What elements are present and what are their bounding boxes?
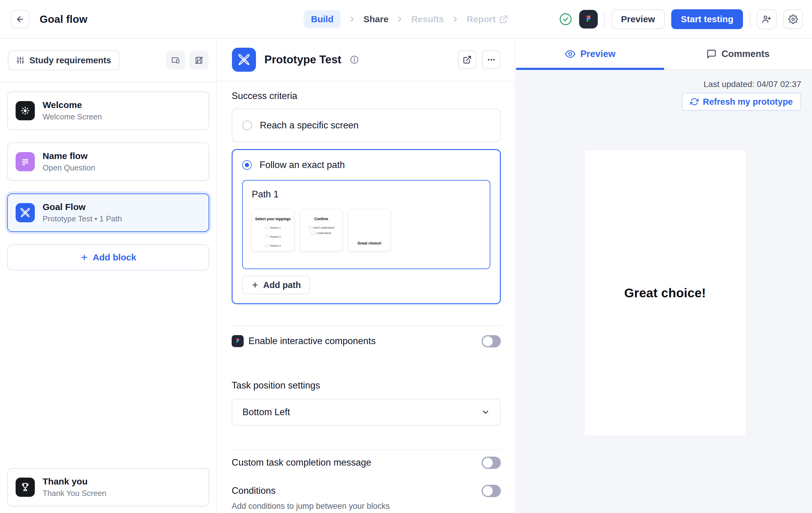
preview-button[interactable]: Preview: [612, 9, 665, 29]
radio-unselected[interactable]: [242, 121, 252, 130]
breadcrumb-share[interactable]: Share: [364, 14, 388, 24]
sidebar-toolbar: Study requirements: [0, 39, 216, 83]
invite-user-button[interactable]: [757, 9, 777, 29]
block-subtitle: Welcome Screen: [42, 112, 102, 121]
topbar-left: Goal flow: [11, 0, 87, 38]
editor-header: Prototype Test: [218, 39, 515, 81]
recording-disabled-button[interactable]: [190, 51, 208, 70]
prototype-test-icon: [16, 203, 35, 222]
block-welcome[interactable]: Welcome Welcome Screen: [7, 91, 209, 130]
editor-body: Success criteria Reach a specific screen…: [218, 81, 515, 511]
breadcrumb-report[interactable]: Report: [467, 14, 508, 24]
open-question-icon: [16, 152, 35, 171]
study-requirements-label: Study requirements: [29, 56, 111, 65]
chevron-right-icon: [396, 15, 404, 23]
user-plus-icon: [762, 14, 772, 24]
checkbox-icon: [265, 244, 268, 247]
block-subtitle: Prototype Test • 1 Path: [42, 214, 122, 223]
page-title: Goal flow: [39, 13, 87, 25]
refresh-label: Refresh my prototype: [703, 97, 793, 107]
editor-title: Prototype Test: [264, 53, 341, 66]
more-options-button[interactable]: [482, 51, 500, 69]
path-card[interactable]: Path 1 Select your toppings cheese 1 che…: [242, 180, 490, 269]
sidebar-toolbar-icons: [166, 51, 208, 70]
conditions-row: Conditions: [232, 481, 501, 501]
block-list: Welcome Welcome Screen Name flow Open Qu…: [0, 83, 216, 270]
option-reach-specific-screen[interactable]: Reach a specific screen: [232, 109, 501, 142]
screen-thumbnail-select-toppings[interactable]: Select your toppings cheese 1 cheese 2 c…: [252, 209, 294, 251]
prototype-screen[interactable]: Great choice!: [585, 151, 745, 435]
divider: [604, 12, 605, 27]
thumbnail-item: I understand: [300, 231, 342, 235]
breadcrumb-build[interactable]: Build: [304, 10, 341, 28]
completion-message-row: Custom task completion message: [232, 453, 501, 472]
block-text: Thank you Thank You Screen: [42, 476, 107, 498]
path-screens: Select your toppings cheese 1 cheese 2 c…: [252, 209, 481, 251]
option-follow-exact-path[interactable]: Follow an exact path Path 1 Select your …: [232, 149, 501, 304]
sidebar-footer: Thank you Thank You Screen: [7, 468, 209, 506]
trophy-icon: [16, 478, 35, 497]
app: Goal flow Build Share Results Report: [0, 0, 812, 513]
plus-icon: [251, 281, 259, 289]
devices-icon: [171, 56, 180, 65]
checkbox-icon: [312, 231, 315, 234]
breadcrumb-results[interactable]: Results: [411, 14, 444, 24]
prototype-test-icon: [232, 48, 256, 72]
interactive-components-text: Enable interactive components: [249, 336, 376, 346]
back-button[interactable]: [11, 10, 29, 29]
completion-message-toggle[interactable]: [482, 457, 501, 469]
devices-preview-button[interactable]: [166, 51, 185, 70]
success-criteria-heading: Success criteria: [232, 91, 501, 101]
tab-comments[interactable]: Comments: [664, 39, 812, 69]
conditions-label: Conditions: [232, 485, 276, 496]
option-label: Follow an exact path: [260, 160, 345, 171]
preview-panel-content: Last updated: 04/07 02:37 Refresh my pro…: [516, 70, 812, 513]
block-text: Welcome Welcome Screen: [42, 100, 102, 121]
thumbnail-title: Confirm: [300, 217, 342, 221]
gear-icon: [788, 14, 798, 24]
block-title: Name flow: [42, 151, 95, 161]
block-name-flow[interactable]: Name flow Open Question: [7, 143, 209, 181]
figma-icon: [232, 335, 244, 347]
figma-badge-icon[interactable]: [579, 10, 598, 29]
chevron-right-icon: [348, 15, 356, 23]
settings-button[interactable]: [783, 9, 803, 29]
interactive-components-row: Enable interactive components: [232, 332, 501, 351]
block-goal-flow[interactable]: Goal Flow Prototype Test • 1 Path: [7, 193, 209, 232]
study-requirements-button[interactable]: Study requirements: [8, 51, 119, 70]
refresh-icon: [690, 97, 699, 106]
interactive-components-toggle[interactable]: [482, 335, 501, 348]
info-icon[interactable]: [350, 55, 359, 64]
comment-bubble-icon: [706, 49, 717, 59]
add-block-button[interactable]: Add block: [7, 244, 209, 270]
external-link-icon: [463, 55, 472, 64]
radio-selected[interactable]: [242, 160, 252, 170]
add-path-button[interactable]: Add path: [242, 276, 310, 294]
refresh-prototype-button[interactable]: Refresh my prototype: [682, 93, 801, 111]
divider: [232, 326, 501, 326]
screen-thumbnail-great-choice[interactable]: Great choice!: [348, 209, 391, 251]
prototype-screen-text: Great choice!: [624, 286, 706, 300]
start-testing-button[interactable]: Start testing: [671, 9, 743, 29]
conditions-toggle[interactable]: [482, 485, 501, 497]
open-prototype-button[interactable]: [458, 51, 476, 69]
thumbnail-title: Select your toppings: [252, 217, 294, 221]
topbar-right: Preview Start testing: [559, 0, 803, 38]
divider: [750, 12, 750, 27]
block-subtitle: Open Question: [42, 163, 95, 173]
thumbnail-item-label: cheese 1: [270, 226, 281, 229]
sidebar: Study requirements Welcome Welcome Scree…: [0, 39, 217, 513]
thumbnail-item: cheese 3: [252, 244, 294, 247]
screen-thumbnail-confirm[interactable]: Confirm I don't understand I understand: [300, 209, 342, 251]
add-block-label: Add block: [93, 252, 136, 263]
interactive-components-label: Enable interactive components: [232, 335, 376, 347]
task-position-heading: Task position settings: [232, 380, 501, 391]
sliders-icon: [16, 56, 25, 64]
block-thank-you[interactable]: Thank you Thank You Screen: [7, 468, 209, 506]
tab-preview[interactable]: Preview: [516, 39, 664, 69]
task-position-select[interactable]: Bottom Left: [232, 399, 501, 426]
path-title: Path 1: [252, 189, 481, 200]
checkbox-icon: [265, 226, 268, 229]
option-row: Follow an exact path: [242, 160, 490, 171]
top-bar: Goal flow Build Share Results Report: [0, 0, 812, 39]
